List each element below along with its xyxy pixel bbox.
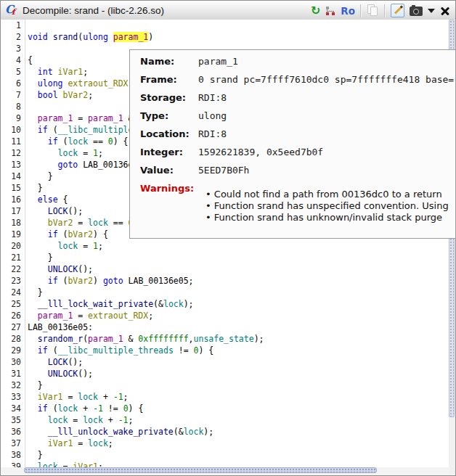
warning-list: • Could not find a path from 00136dc0 to… bbox=[205, 189, 449, 223]
refresh-icon: ↻ bbox=[311, 4, 320, 17]
code-line[interactable]: 34 if (lock + -1 != 0) { bbox=[1, 403, 449, 414]
code-line[interactable]: 35 lock = lock + -1; bbox=[1, 414, 449, 426]
camera-icon bbox=[410, 7, 423, 16]
line-number: 32 bbox=[1, 379, 25, 391]
edit-button[interactable] bbox=[391, 4, 404, 18]
line-number: 35 bbox=[1, 414, 25, 426]
code-line[interactable]: 27LAB_00136e05: bbox=[1, 321, 449, 333]
copy-icon bbox=[367, 4, 379, 17]
code-line[interactable]: 38 } bbox=[1, 449, 449, 461]
code-line[interactable]: 25 __lll_lock_wait_private(&lock); bbox=[1, 298, 449, 310]
line-number: 31 bbox=[1, 368, 25, 379]
warning-item: • Function srand has unspecified convent… bbox=[205, 200, 449, 212]
reorder-button[interactable]: Ro bbox=[341, 4, 355, 18]
line-number: 15 bbox=[1, 182, 25, 194]
code-line[interactable]: 23 if (bVar2) goto LAB_00136e05; bbox=[1, 275, 449, 287]
line-number: 39 bbox=[1, 461, 25, 467]
code-line[interactable]: 28 srandom_r(param_1 & 0xffffffff,unsafe… bbox=[1, 333, 449, 345]
line-number: 38 bbox=[1, 449, 25, 461]
window-bottom-edge bbox=[1, 474, 455, 475]
title-bar: C f Decompile: srand - (libc-2.26.so) ↻ … bbox=[1, 1, 455, 20]
tooltip-row: Location:RDI:8 bbox=[130, 128, 455, 146]
line-number: 10 bbox=[1, 124, 25, 136]
line-number: 11 bbox=[1, 136, 25, 147]
tooltip-row: Value:5EED7B0Fh bbox=[130, 164, 455, 182]
variable-tooltip: Name:param_1Frame:0 srand pc=7ffff7610dc… bbox=[129, 49, 456, 239]
line-number: 8 bbox=[1, 101, 25, 112]
code-line[interactable]: 29 if (__libc_multiple_threads != 0) { bbox=[1, 345, 449, 356]
line-number: 27 bbox=[1, 321, 25, 333]
graph-icon bbox=[325, 6, 335, 16]
code-line[interactable]: 20 lock = 1; bbox=[1, 240, 449, 252]
tooltip-row: Frame:0 srand pc=7ffff7610dc0 sp=7ffffff… bbox=[130, 73, 455, 91]
code-line[interactable]: 22 UNLOCK(); bbox=[1, 263, 449, 275]
line-number: 26 bbox=[1, 310, 25, 321]
line-number: 5 bbox=[1, 66, 25, 78]
code-line[interactable]: 32 } bbox=[1, 379, 449, 391]
line-number: 36 bbox=[1, 426, 25, 438]
line-number: 2 bbox=[1, 31, 25, 43]
pencil-icon bbox=[391, 4, 404, 17]
line-number: 3 bbox=[1, 43, 25, 54]
line-number: 25 bbox=[1, 298, 25, 310]
menu-dropdown-button[interactable] bbox=[428, 4, 435, 18]
line-number: 37 bbox=[1, 438, 25, 449]
scrollbar-corner bbox=[449, 467, 455, 474]
line-number: 9 bbox=[1, 112, 25, 124]
chevron-down-icon bbox=[428, 9, 435, 13]
tooltip-row: Name:param_1 bbox=[130, 55, 455, 73]
line-number: 30 bbox=[1, 356, 25, 368]
toolbar-separator bbox=[360, 4, 362, 17]
window-title: Decompile: srand - (libc-2.26.so) bbox=[23, 5, 164, 16]
code-line[interactable]: 37 iVar1 = lock; bbox=[1, 438, 449, 449]
decompiler-icon: C f bbox=[4, 4, 17, 17]
code-line[interactable]: 24 } bbox=[1, 287, 449, 298]
graph-view-button[interactable] bbox=[325, 4, 335, 18]
code-line[interactable]: 21 } bbox=[1, 252, 449, 263]
line-number: 16 bbox=[1, 194, 25, 205]
code-line[interactable]: 36 __lll_unlock_wake_private(&lock); bbox=[1, 426, 449, 438]
tooltip-row: Storage:RDI:8 bbox=[130, 91, 455, 110]
line-number: 14 bbox=[1, 171, 25, 182]
copy-button[interactable] bbox=[367, 4, 379, 18]
line-number: 34 bbox=[1, 403, 25, 414]
reorder-icon: Ro bbox=[341, 5, 355, 17]
line-number: 1 bbox=[1, 20, 25, 31]
line-number: 23 bbox=[1, 275, 25, 287]
code-line[interactable]: 2void srand(ulong param_1) bbox=[1, 31, 449, 43]
line-number: 18 bbox=[1, 217, 25, 229]
code-line[interactable]: 26 param_1 = extraout_RDX; bbox=[1, 310, 449, 321]
line-number: 6 bbox=[1, 78, 25, 89]
close-button[interactable] bbox=[440, 4, 450, 18]
line-number: 22 bbox=[1, 263, 25, 275]
code-line[interactable]: 31 UNLOCK(); bbox=[1, 368, 449, 379]
toolbar-separator bbox=[384, 4, 386, 17]
code-line[interactable]: 39 lock = iVar1; bbox=[1, 461, 449, 467]
line-number: 20 bbox=[1, 240, 25, 252]
line-number: 17 bbox=[1, 205, 25, 217]
tooltip-rows: Name:param_1Frame:0 srand pc=7ffff7610dc… bbox=[130, 55, 455, 182]
refresh-button[interactable]: ↻ bbox=[311, 4, 320, 18]
code-line[interactable]: 33 iVar1 = lock + -1; bbox=[1, 391, 449, 403]
warning-item: • Function srand has unknown/invalid sta… bbox=[205, 212, 449, 223]
warning-item: • Could not find a path from 00136dc0 to… bbox=[205, 189, 449, 200]
line-number: 21 bbox=[1, 252, 25, 263]
tooltip-row: Integer:1592621839, 0x5eed7b0f bbox=[130, 146, 455, 164]
tooltip-row: Type:ulong bbox=[130, 110, 455, 128]
line-number: 7 bbox=[1, 89, 25, 101]
code-line[interactable]: 30 LOCK(); bbox=[1, 356, 449, 368]
line-number: 12 bbox=[1, 147, 25, 159]
snapshot-button[interactable] bbox=[410, 4, 423, 18]
line-number: 28 bbox=[1, 333, 25, 345]
decompile-window: C f Decompile: srand - (libc-2.26.so) ↻ … bbox=[0, 0, 456, 476]
horizontal-scrollbar[interactable] bbox=[1, 467, 449, 474]
line-number: 13 bbox=[1, 159, 25, 171]
code-line[interactable]: 1 bbox=[1, 20, 449, 31]
horizontal-scrollbar-thumb[interactable] bbox=[24, 467, 377, 473]
highlighted-token: param_1 bbox=[113, 32, 148, 42]
close-icon bbox=[440, 6, 450, 16]
line-number: 29 bbox=[1, 345, 25, 356]
line-number: 24 bbox=[1, 287, 25, 298]
line-number: 19 bbox=[1, 229, 25, 240]
line-number: 4 bbox=[1, 54, 25, 66]
